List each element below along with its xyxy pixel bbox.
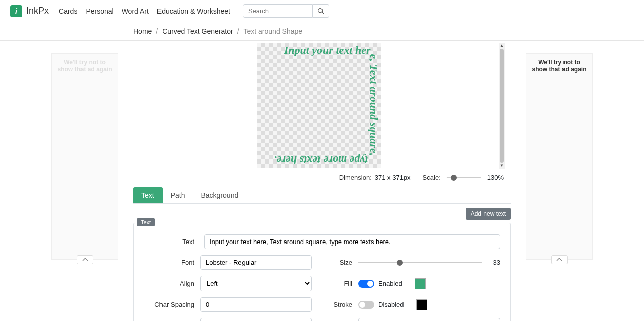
nav-personal[interactable]: Personal <box>86 7 113 15</box>
text-input[interactable] <box>204 234 500 249</box>
add-new-text-button[interactable]: Add new text <box>466 208 511 220</box>
size-label: Size <box>327 259 352 266</box>
ad-left-text: We'll try not to show that ad again <box>57 59 112 73</box>
search-input[interactable] <box>243 4 313 18</box>
panel-tag: Text <box>137 218 155 226</box>
tab-background[interactable]: Background <box>193 187 247 203</box>
nav-word-art[interactable]: Word Art <box>122 7 149 15</box>
search-icon <box>317 8 324 14</box>
nav-cards[interactable]: Cards <box>59 7 77 15</box>
ad-left-expand[interactable] <box>77 255 93 264</box>
scale-label: Scale: <box>423 174 441 181</box>
brand-name[interactable]: InkPx <box>26 6 49 16</box>
scroll-up-icon[interactable]: ▲ <box>499 43 505 49</box>
search-button[interactable] <box>313 4 329 18</box>
chevron-up-icon <box>556 258 562 262</box>
breadcrumb-current: Text around Shape <box>244 27 303 35</box>
stroke-label: Stroke <box>327 301 352 308</box>
top-header: i InkPx Cards Personal Word Art Educatio… <box>0 0 644 22</box>
ad-left: We'll try not to show that ad again <box>51 53 118 260</box>
fill-toggle[interactable] <box>358 280 374 288</box>
text-panel: Text Text Font Size 33 <box>133 223 511 321</box>
ad-right-expand[interactable] <box>551 255 568 264</box>
ad-right: We'll try not to show that ad again <box>526 53 593 260</box>
ad-right-text: We'll try not to show that ad again <box>532 59 586 73</box>
stroke-state: Disabled <box>378 301 404 308</box>
align-select[interactable]: Left <box>200 276 312 291</box>
logo-icon[interactable]: i <box>10 5 22 17</box>
breadcrumb-curved-text[interactable]: Curved Text Generator <box>162 27 233 35</box>
tab-path[interactable]: Path <box>163 187 193 203</box>
preview-svg: Input your text here, Text around square… <box>257 43 381 168</box>
breadcrumb-sep: / <box>156 27 158 35</box>
stroke-toggle[interactable] <box>358 301 374 309</box>
tab-text[interactable]: Text <box>133 187 163 203</box>
nav-education[interactable]: Education & Worksheet <box>157 7 230 15</box>
align-label: Align <box>144 280 194 287</box>
svg-point-0 <box>318 9 323 13</box>
font-label: Font <box>144 259 194 266</box>
breadcrumb-sep: / <box>237 27 239 35</box>
char-spacing-input[interactable] <box>200 297 312 312</box>
xoffset-input[interactable] <box>200 318 312 321</box>
breadcrumb-home[interactable]: Home <box>133 27 152 35</box>
add-btn-row: Add new text <box>133 204 511 223</box>
scale-slider[interactable] <box>447 177 481 178</box>
dimension-label: Dimension: <box>339 174 372 181</box>
svg-text:Input your text here, Text aro: Input your text here, Text around square… <box>274 44 380 167</box>
scrollbar-thumb[interactable] <box>500 49 504 163</box>
font-input[interactable] <box>200 255 312 270</box>
breadcrumb: Home / Curved Text Generator / Text arou… <box>133 27 511 35</box>
panel-body: Text Font Size 33 Alig <box>134 223 510 321</box>
size-value: 33 <box>488 259 500 266</box>
search-group <box>243 4 329 18</box>
dimension-bar: Dimension: 371 x 371px Scale: 130% <box>133 169 511 183</box>
size-slider[interactable] <box>358 262 482 263</box>
stroke-color-swatch[interactable] <box>416 299 427 310</box>
fill-state: Enabled <box>378 280 403 287</box>
preview-text-path: Input your text here, Text around square… <box>274 44 380 167</box>
editor-container: Input your text here, Text around square… <box>133 41 511 321</box>
canvas-area: Input your text here, Text around square… <box>133 42 511 183</box>
fill-color-swatch[interactable] <box>415 278 426 289</box>
scale-value: 130% <box>487 174 504 181</box>
dimension-value: 371 x 371px <box>375 174 411 181</box>
yoffset-input[interactable] <box>358 318 500 321</box>
canvas-scroll: Input your text here, Text around square… <box>133 42 511 169</box>
preview-canvas[interactable]: Input your text here, Text around square… <box>257 43 381 168</box>
char-spacing-label: Char Spacing <box>144 301 194 308</box>
svg-line-1 <box>322 12 324 14</box>
chevron-up-icon <box>82 258 88 262</box>
fill-label: Fill <box>327 280 352 287</box>
canvas-scrollbar[interactable]: ▲ ▼ <box>499 43 505 169</box>
main-wrap: We'll try not to show that ad again We'l… <box>0 41 644 321</box>
breadcrumb-bar: Home / Curved Text Generator / Text arou… <box>0 22 644 41</box>
editor-tabs: Text Path Background <box>133 187 511 204</box>
scroll-down-icon[interactable]: ▼ <box>499 163 505 169</box>
text-label: Text <box>144 238 194 246</box>
